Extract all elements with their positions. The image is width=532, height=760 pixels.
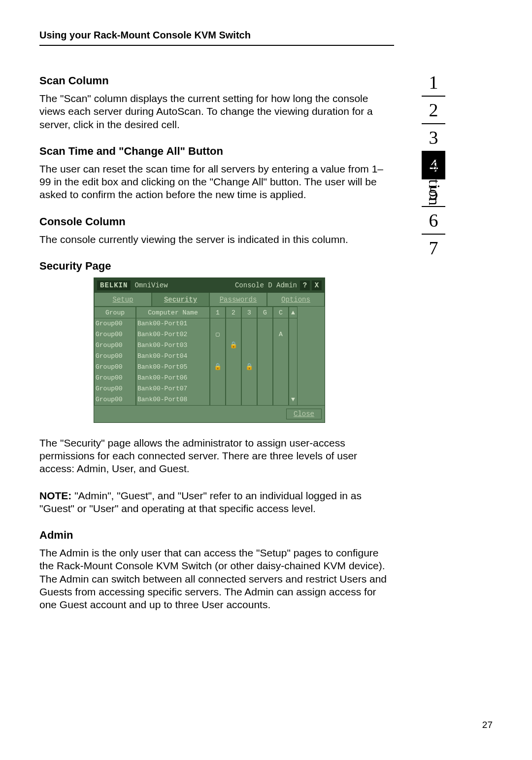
cell-3[interactable] (241, 383, 257, 394)
col-header-2: 2 (226, 307, 241, 318)
heading-admin: Admin (39, 529, 394, 542)
cell-c: A (273, 329, 289, 340)
cell-1[interactable] (210, 318, 226, 329)
para-scan-time: The user can reset the scan time for all… (39, 163, 394, 202)
cell-group: Group00 (94, 394, 136, 405)
scroll-down-icon[interactable]: ▼ (289, 394, 298, 405)
cell-2[interactable] (226, 362, 241, 373)
cell-1[interactable] (210, 383, 226, 394)
cell-g[interactable] (257, 340, 273, 351)
cell-1[interactable]: 🔒 (210, 362, 226, 373)
cell-name: Bank00-Port03 (136, 340, 210, 351)
section-nav-item-3[interactable]: 3 (422, 124, 445, 152)
col-header-name: Computer Name (136, 307, 210, 318)
cell-name: Bank00-Port05 (136, 362, 210, 373)
cell-3[interactable] (241, 351, 257, 362)
cell-3[interactable] (241, 373, 257, 383)
cell-g[interactable] (257, 329, 273, 340)
scrollbar-track (289, 373, 298, 383)
para-security-note: NOTE: "Admin", "Guest", and "User" refer… (39, 489, 394, 516)
cell-1[interactable] (210, 373, 226, 383)
section-nav-item-7[interactable]: 7 (422, 235, 445, 261)
cell-group: Group00 (94, 362, 136, 373)
scrollbar-track (289, 383, 298, 394)
cell-c (273, 340, 289, 351)
cell-c (273, 394, 289, 405)
cell-2[interactable]: 🔒 (226, 340, 241, 351)
cell-g[interactable] (257, 362, 273, 373)
table-row[interactable]: Group00Bank00-Port06 (94, 373, 325, 383)
tab-security[interactable]: Security (152, 293, 209, 307)
heading-console-column: Console Column (39, 215, 394, 228)
section-nav-item-6[interactable]: 6 (422, 207, 445, 235)
cell-2[interactable] (226, 394, 241, 405)
cell-c (273, 383, 289, 394)
help-icon[interactable]: ? (300, 280, 310, 290)
cell-2[interactable] (226, 351, 241, 362)
cell-name: Bank00-Port01 (136, 318, 210, 329)
scrollbar-track (289, 318, 298, 329)
cell-group: Group00 (94, 318, 136, 329)
cell-3[interactable] (241, 340, 257, 351)
table-row[interactable]: Group00Bank00-Port07 (94, 383, 325, 394)
osd-close-button[interactable]: Close (286, 409, 322, 419)
cell-3[interactable] (241, 394, 257, 405)
cell-2[interactable] (226, 383, 241, 394)
cell-1[interactable] (210, 351, 226, 362)
heading-scan-time: Scan Time and "Change All" Button (39, 145, 394, 158)
para-console-column: The console currently viewing the server… (39, 233, 394, 246)
col-header-group: Group (94, 307, 136, 318)
table-row[interactable]: Group00Bank00-Port02▢A (94, 329, 325, 340)
scroll-up-icon[interactable]: ▲ (289, 307, 298, 318)
cell-g[interactable] (257, 373, 273, 383)
para-security-after: The "Security" page allows the administr… (39, 437, 394, 476)
cell-name: Bank00-Port07 (136, 383, 210, 394)
header-divider (39, 45, 394, 46)
page-number: 27 (482, 720, 493, 730)
osd-titlebar: BELKIN OmniView Console D Admin ? X (94, 278, 325, 293)
note-body: "Admin", "Guest", and "User" refer to an… (39, 490, 362, 514)
table-row[interactable]: Group00Bank00-Port03🔒 (94, 340, 325, 351)
osd-product: OmniView (134, 281, 167, 289)
cell-2[interactable] (226, 373, 241, 383)
col-header-g: G (257, 307, 273, 318)
section-nav-item-1[interactable]: 1 (422, 69, 445, 97)
scrollbar-track (289, 351, 298, 362)
tab-setup[interactable]: Setup (94, 293, 152, 307)
col-header-1: 1 (210, 307, 226, 318)
col-header-c: C (273, 307, 289, 318)
scrollbar-track (289, 340, 298, 351)
table-row[interactable]: Group00Bank00-Port08▼ (94, 394, 325, 405)
cell-g[interactable] (257, 394, 273, 405)
tab-options[interactable]: Options (267, 293, 325, 307)
security-osd-figure: BELKIN OmniView Console D Admin ? X Setu… (94, 277, 325, 423)
cell-g[interactable] (257, 318, 273, 329)
close-icon[interactable]: X (312, 280, 322, 290)
cell-name: Bank00-Port04 (136, 351, 210, 362)
cell-c (273, 351, 289, 362)
cell-3[interactable] (241, 329, 257, 340)
cell-name: Bank00-Port06 (136, 373, 210, 383)
cell-3[interactable] (241, 318, 257, 329)
cell-g[interactable] (257, 351, 273, 362)
cell-g[interactable] (257, 383, 273, 394)
tab-passwords[interactable]: Passwords (209, 293, 267, 307)
cell-2[interactable] (226, 318, 241, 329)
cell-c (273, 362, 289, 373)
heading-security-page: Security Page (39, 260, 394, 273)
cell-3[interactable]: 🔒 (241, 362, 257, 373)
cell-group: Group00 (94, 340, 136, 351)
osd-brand: BELKIN (97, 280, 131, 290)
cell-2[interactable] (226, 329, 241, 340)
section-nav-item-2[interactable]: 2 (422, 97, 445, 124)
cell-group: Group00 (94, 351, 136, 362)
cell-group: Group00 (94, 383, 136, 394)
cell-1[interactable]: ▢ (210, 329, 226, 340)
table-row[interactable]: Group00Bank00-Port04 (94, 351, 325, 362)
scrollbar-track (289, 362, 298, 373)
table-row[interactable]: Group00Bank00-Port01 (94, 318, 325, 329)
cell-1[interactable] (210, 340, 226, 351)
cell-group: Group00 (94, 329, 136, 340)
table-row[interactable]: Group00Bank00-Port05🔒🔒 (94, 362, 325, 373)
cell-1[interactable] (210, 394, 226, 405)
